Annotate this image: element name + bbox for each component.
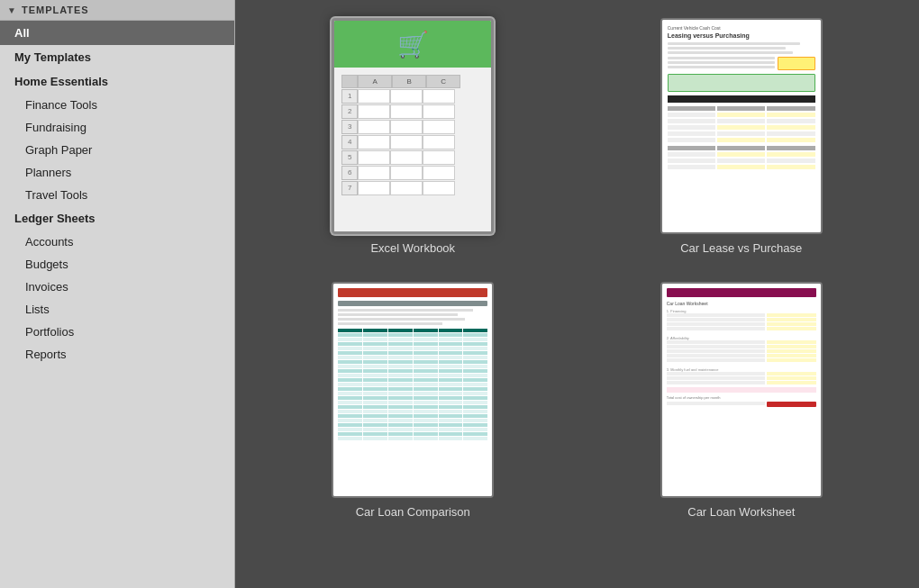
template-label-excel-workbook: Excel Workbook [370, 241, 455, 255]
sidebar-item-accounts[interactable]: Accounts [0, 231, 234, 253]
sidebar-item-finance-tools[interactable]: Finance Tools [0, 94, 234, 116]
sidebar-item-budgets[interactable]: Budgets [0, 253, 234, 276]
collapse-arrow-icon[interactable]: ▼ [7, 5, 16, 15]
sidebar-title: TEMPLATES [22, 5, 89, 15]
template-label-car-loan-worksheet: Car Loan Worksheet [687, 505, 795, 519]
template-card-car-loan-worksheet[interactable]: Car Loan Worksheet 1. Financing 2. Affor… [591, 282, 893, 519]
template-label-car-loan-comparison: Car Loan Comparison [356, 505, 470, 519]
sidebar: ▼ TEMPLATES All My Templates Home Essent… [0, 0, 235, 588]
template-card-car-loan-comparison[interactable]: Car Loan Comparison [262, 282, 564, 519]
template-card-excel-workbook[interactable]: 🛒 A B C 1 [262, 18, 564, 255]
sidebar-item-all[interactable]: All [0, 21, 234, 45]
sidebar-item-ledger-sheets[interactable]: Ledger Sheets [0, 206, 234, 231]
template-label-car-lease: Car Lease vs Purchase [680, 241, 802, 255]
sidebar-item-lists[interactable]: Lists [0, 298, 234, 321]
sidebar-item-planners[interactable]: Planners [0, 161, 234, 184]
template-grid: 🛒 A B C 1 [235, 0, 919, 588]
template-card-car-lease[interactable]: Current Vehicle Cash Cost Leasing versus… [591, 18, 893, 255]
sidebar-item-invoices[interactable]: Invoices [0, 276, 234, 298]
sidebar-item-reports[interactable]: Reports [0, 343, 234, 366]
sidebar-item-travel-tools[interactable]: Travel Tools [0, 184, 234, 206]
sidebar-item-fundraising[interactable]: Fundraising [0, 116, 234, 139]
sidebar-item-home-essentials[interactable]: Home Essentials [0, 69, 234, 94]
sidebar-item-graph-paper[interactable]: Graph Paper [0, 139, 234, 161]
template-thumb-car-loan-worksheet: Car Loan Worksheet 1. Financing 2. Affor… [660, 282, 823, 498]
excel-cart-icon: 🛒 [397, 30, 429, 59]
sidebar-header: ▼ TEMPLATES [0, 0, 234, 21]
template-thumb-car-lease: Current Vehicle Cash Cost Leasing versus… [660, 18, 823, 234]
template-thumb-car-loan-comparison [332, 282, 494, 498]
template-thumb-excel-workbook: 🛒 A B C 1 [332, 18, 494, 234]
sidebar-item-portfolios[interactable]: Portfolios [0, 321, 234, 343]
sidebar-item-my-templates[interactable]: My Templates [0, 45, 234, 69]
